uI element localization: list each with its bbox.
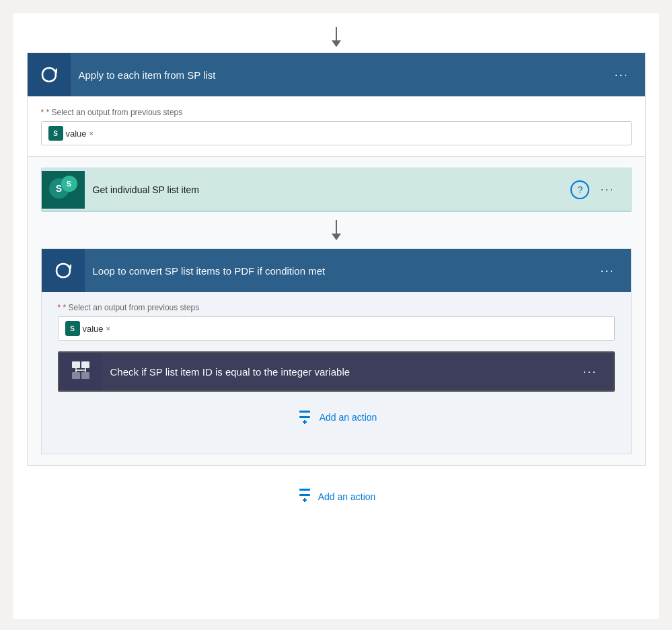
outer-loop-card: Apply to each item from SP list ··· * * … (27, 53, 646, 466)
outer-loop-field-label: * * Select an output from previous steps (41, 108, 632, 117)
svg-rect-3 (81, 361, 89, 368)
token-sp-icon: S (48, 126, 63, 141)
inner-loop-icon-box (42, 249, 85, 292)
sp-step-icon-box: S S (42, 171, 85, 209)
outer-loop-more-button[interactable]: ··· (609, 65, 634, 85)
top-connector-arrow (330, 27, 343, 47)
outer-loop-body: * * Select an output from previous steps… (28, 97, 645, 156)
svg-rect-5 (81, 372, 89, 379)
inner-connector-arrow (41, 212, 632, 248)
inner-loop-title: Loop to convert SP list items to PDF if … (85, 265, 595, 277)
inner-loop-token: S value × (65, 321, 111, 336)
inner-loop-icon (52, 260, 74, 281)
add-action-outer-label: Add an action (318, 491, 376, 502)
add-action-inner-label: Add an action (320, 412, 377, 423)
add-action-outer-icon (297, 487, 313, 506)
canvas: Apply to each item from SP list ··· * * … (13, 13, 659, 619)
condition-icon (71, 360, 91, 383)
add-action-inner-container[interactable]: Add an action (58, 392, 615, 443)
svg-rect-14 (299, 489, 310, 491)
condition-step-more-button[interactable]: ··· (577, 362, 602, 382)
svg-rect-13 (299, 494, 310, 496)
inner-loop-field-label: * * Select an output from previous steps (58, 303, 615, 312)
condition-step-title: Check if SP list item ID is equal to the… (102, 366, 578, 378)
sp-step-help-button[interactable]: ? (570, 180, 589, 199)
svg-rect-10 (299, 411, 310, 413)
inner-loop-header: Loop to convert SP list items to PDF if … (42, 249, 631, 292)
inner-token-sp-icon: S (65, 321, 80, 336)
outer-loop-header: Apply to each item from SP list ··· (28, 53, 645, 97)
outer-loop-inner-area: S S Get individual SP list item ? ··· (28, 156, 645, 465)
condition-step-card: Check if SP list item ID is equal to the… (58, 351, 615, 392)
add-action-outer-container[interactable]: Add an action (297, 466, 376, 506)
sp-step-more-button[interactable]: ··· (595, 180, 620, 199)
token-close-button[interactable]: × (89, 129, 94, 137)
svg-rect-9 (299, 416, 310, 418)
sp-step-title: Get individual SP list item (85, 184, 571, 195)
inner-token-value-text: value (83, 324, 104, 334)
inner-token-close-button[interactable]: × (106, 324, 110, 332)
inner-loop-card: Loop to convert SP list items to PDF if … (41, 248, 632, 454)
inner-loop-token-input[interactable]: S value × (58, 316, 615, 341)
loop-icon (38, 64, 60, 85)
add-action-inner-icon (295, 408, 314, 427)
outer-loop-title: Apply to each item from SP list (71, 69, 609, 81)
token-value-text: value (66, 129, 87, 139)
outer-loop-token: S value × (48, 126, 94, 141)
sp-step-card: S S Get individual SP list item ? ··· (41, 168, 632, 212)
outer-loop-icon-box (28, 53, 71, 96)
condition-header: Check if SP list item ID is equal to the… (59, 353, 613, 390)
inner-loop-more-button[interactable]: ··· (595, 261, 620, 281)
svg-rect-4 (72, 372, 80, 379)
sp-logo: S S (49, 176, 77, 204)
svg-rect-2 (72, 361, 80, 368)
sp-step-header: S S Get individual SP list item ? ··· (42, 168, 631, 211)
condition-icon-box (59, 353, 102, 390)
inner-loop-body: * * Select an output from previous steps… (42, 292, 631, 454)
outer-loop-token-input[interactable]: S value × (41, 121, 632, 145)
